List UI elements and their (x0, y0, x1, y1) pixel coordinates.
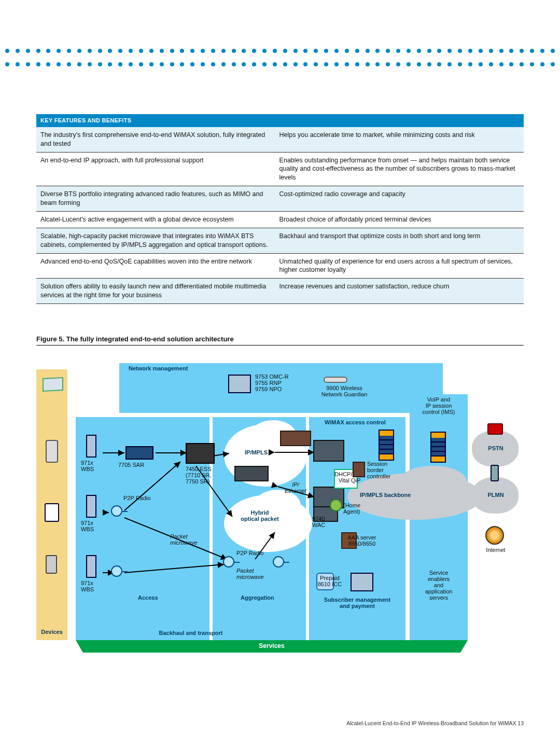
ipmpls-label: IP/MPLS (235, 449, 277, 455)
router-icon-1 (280, 431, 311, 446)
table-row: Diverse BTS portfolio integrating advanc… (36, 186, 524, 212)
switch-icon-1 (234, 466, 269, 481)
feature-cell: The industry's first comprehensive end-t… (36, 127, 275, 152)
plmn-label: PLMN (475, 492, 516, 498)
wbs-icon-1 (86, 435, 96, 458)
router-icon-2 (313, 440, 344, 462)
benefit-cell: Broadest choice of affordably priced ter… (275, 211, 524, 228)
service-enablers-label: Service enablers and application servers (410, 570, 468, 601)
wbs-icon-2 (86, 495, 96, 518)
feature-cell: Diverse BTS portfolio integrating advanc… (36, 186, 275, 212)
access-label: Access (138, 594, 158, 601)
prepaid-label: Prepaid 8610 ICC (309, 575, 351, 587)
wbs-label-3: 971x WBS (81, 580, 94, 592)
wng-label: 9900 Wireless Network Guardian (313, 385, 375, 397)
feature-cell: Scalable, high-capacity packet microwave… (36, 228, 275, 253)
table-row: An end-to-end IP approach, with full pro… (36, 152, 524, 186)
ess-icon (186, 443, 215, 464)
aggregation-label: Aggregation (241, 594, 274, 601)
mw-dish-icon-3 (223, 556, 234, 568)
page-content: KEY FEATURES AND BENEFITS The industry's… (36, 114, 524, 648)
ims-label: VoIP and IP session control (IMS) (410, 396, 468, 415)
billing-pc-icon (351, 573, 373, 591)
figure-caption: Figure 5. The fully integrated end-to-en… (36, 335, 524, 343)
feature-cell: Advanced end-to-end QoS/QoE capabilities… (36, 253, 275, 279)
devices-label: Devices (38, 629, 65, 635)
sar-label: 7705 SAR (118, 462, 144, 468)
benefit-cell: Cost-optimized radio coverage and capaci… (275, 186, 524, 212)
home-agent-icon (330, 499, 342, 511)
p2p-label-1: P2P Radio (123, 495, 150, 501)
table-row: Solution offers ability to easily launch… (36, 279, 524, 304)
omc-label: 9753 OMC-R 9755 RNP 9759 NPO (255, 374, 289, 392)
benefit-cell: Helps you accelerate time to market, whi… (275, 127, 524, 152)
table-row: The industry's first comprehensive end-t… (36, 127, 524, 152)
globe-icon (485, 526, 504, 545)
laptop-icon (43, 377, 63, 392)
wng-icon (324, 377, 347, 383)
home-agent-label: (Home Agent) (343, 502, 360, 515)
hybrid-label: Hybrid optical packet (231, 509, 288, 522)
handset-icon (46, 555, 57, 574)
architecture-diagram: Devices Network management 9753 OMC-R 97… (36, 362, 524, 648)
mw-dish-icon-2 (111, 565, 122, 577)
backbone-label: IP/MPLS backbone (360, 492, 411, 498)
pstn-label: PSTN (475, 445, 516, 451)
benefit-cell: Increase revenues and customer satisfact… (275, 279, 524, 304)
wac-label: 9740 WAC (312, 516, 325, 528)
p2p-label-2: P2P Radio (236, 550, 263, 556)
ip-eth-label: IP/ Ethernet (280, 481, 311, 494)
services-label: Services (76, 640, 468, 652)
packet-mw-label-1: Packet microwave (170, 533, 198, 546)
feature-cell: An end-to-end IP approach, with full pro… (36, 152, 275, 186)
nms-computer-icon (228, 375, 251, 393)
feature-cell: Solution offers ability to easily launch… (36, 279, 275, 304)
desk-phone-icon (487, 423, 503, 435)
modem-icon (46, 440, 58, 463)
mw-dish-icon-1 (111, 505, 122, 517)
table-header: KEY FEATURES AND BENEFITS (36, 114, 524, 127)
wimax-ac-label: WiMAX access control (325, 419, 386, 425)
figure-rule (36, 345, 524, 345)
key-features-table: KEY FEATURES AND BENEFITS The industry's… (36, 114, 524, 304)
feature-cell: Alcatel-Lucent's active engagement with … (36, 211, 275, 228)
packet-mw-label-2: Packet microwave (236, 568, 264, 580)
sbc-icon (353, 462, 365, 477)
mobile-phone-icon (491, 465, 499, 481)
benefit-cell: Enables outstanding performance from ons… (275, 152, 524, 186)
wbs-label-2: 971x WBS (81, 520, 94, 532)
internet-label: Internet (475, 547, 516, 553)
aaa-label: AAA server 8950/8650 (331, 534, 393, 547)
backhaul-label: Backhaul and transport (76, 630, 306, 636)
core-server-icon (379, 430, 394, 461)
ims-server-icon (430, 432, 446, 463)
wbs-icon-3 (86, 555, 96, 578)
dotted-header (0, 49, 560, 70)
benefit-cell: Backhaul and transport that optimize cos… (275, 228, 524, 253)
sub-mgmt-label: Subscriber management and payment (309, 597, 405, 609)
mw-dish-icon-4 (273, 556, 284, 568)
sar-icon (125, 446, 153, 460)
benefit-cell: Unmatched quality of experience for end … (275, 253, 524, 279)
sbc-label: Session border controller (367, 461, 390, 479)
network-management-label: Network management (129, 365, 188, 371)
page-footer: Alcatel-Lucent End-to-End IP Wireless-Br… (346, 720, 524, 726)
wbs-label-1: 971x WBS (81, 460, 94, 472)
table-row: Alcatel-Lucent's active engagement with … (36, 211, 524, 228)
table-row: Scalable, high-capacity packet microwave… (36, 228, 524, 253)
pda-icon (45, 503, 59, 522)
ess-label: 7450 ESS (7710 SR, 7750 SR) (186, 466, 212, 485)
table-row: Advanced end-to-end QoS/QoE capabilities… (36, 253, 524, 279)
